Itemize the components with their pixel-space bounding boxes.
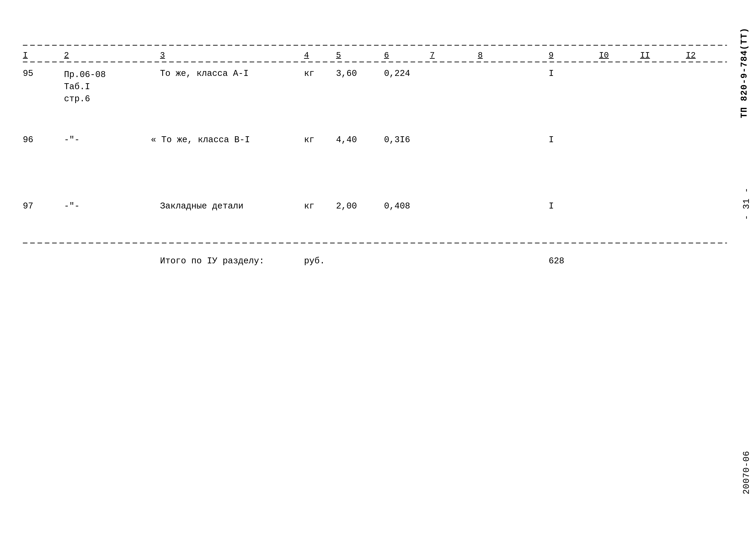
- top-dashed-line-1: [23, 45, 727, 46]
- right-label-top: ТП 820-9-784(ТТ): [739, 28, 749, 118]
- col-header-9: 9: [549, 51, 554, 60]
- top-dashed-line-2: [23, 61, 727, 63]
- right-label-bottom: 20070-06: [742, 451, 751, 494]
- row-96-qty: 4,40: [336, 135, 357, 145]
- row-97-ref: -"-: [64, 201, 79, 211]
- total-label: Итого по IУ разделу:: [160, 256, 264, 266]
- row-96-ref: -"-: [64, 135, 79, 145]
- col-header-12: I2: [686, 51, 695, 60]
- row-95-ref: Пр.06-08 Таб.I стр.6: [64, 68, 106, 105]
- col-header-7: 7: [430, 51, 435, 60]
- row-96-price: 0,3I6: [384, 135, 410, 145]
- right-label-middle: - 31 -: [742, 188, 751, 220]
- separator-dashed-line: [23, 242, 727, 244]
- row-97-grade: I: [549, 201, 554, 211]
- col-header-4: 4: [304, 51, 309, 60]
- total-unit: руб.: [304, 256, 325, 266]
- col-header-6: 6: [384, 51, 389, 60]
- col-header-5: 5: [336, 51, 341, 60]
- col-header-2: 2: [64, 51, 69, 60]
- row-97-num: 97: [23, 201, 33, 211]
- row-96-grade: I: [549, 135, 554, 145]
- row-95-qty: 3,60: [336, 68, 357, 78]
- col-header-3: 3: [160, 51, 165, 60]
- col-header-10: I0: [599, 51, 609, 60]
- row-95-num: 95: [23, 68, 33, 78]
- row-96-num: 96: [23, 135, 33, 145]
- col-header-11: II: [640, 51, 650, 60]
- row-95-price: 0,224: [384, 68, 410, 78]
- col-header-1: I: [23, 51, 28, 60]
- row-96-unit: кг: [304, 135, 315, 145]
- row-97-price: 0,408: [384, 201, 410, 211]
- row-97-unit: кг: [304, 201, 315, 211]
- col-header-8: 8: [478, 51, 483, 60]
- row-95-desc: То же, класса А-I: [160, 68, 249, 78]
- row-97-qty: 2,00: [336, 201, 357, 211]
- row-97-desc: Закладные детали: [160, 201, 243, 211]
- page: ТП 820-9-784(ТТ) - 31 - 20070-06 I 2 3 4…: [0, 0, 756, 540]
- row-95-unit: кг: [304, 68, 315, 78]
- row-95-grade: I: [549, 68, 554, 78]
- total-value: 628: [549, 256, 564, 266]
- row-96-desc: « То же, класса В-I: [151, 135, 250, 145]
- column-headers: I 2 3 4 5 6 7 8 9 I0 II I2: [23, 49, 728, 62]
